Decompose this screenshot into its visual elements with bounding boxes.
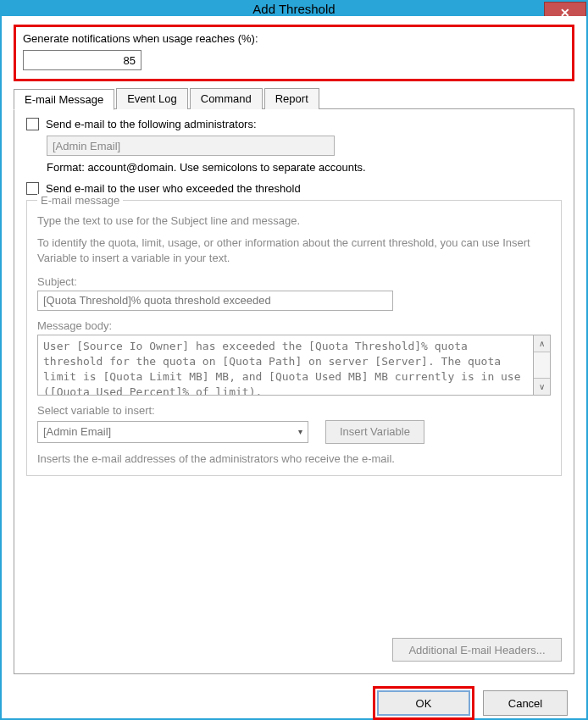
variable-select-value: [Admin Email] xyxy=(43,425,111,438)
send-admins-row: Send e-mail to the following administrat… xyxy=(26,118,562,130)
select-variable-label: Select variable to insert: xyxy=(37,404,551,417)
additional-headers-row: Additional E-mail Headers... xyxy=(392,638,562,662)
additional-headers-button[interactable]: Additional E-mail Headers... xyxy=(392,638,562,662)
ok-button[interactable]: OK xyxy=(377,690,470,716)
tab-eventlog[interactable]: Event Log xyxy=(116,88,188,109)
insert-description: Inserts the e-mail addresses of the admi… xyxy=(37,452,551,465)
subject-label: Subject: xyxy=(37,275,551,288)
window-title: Add Threshold xyxy=(252,2,335,16)
scroll-down-icon[interactable]: ∨ xyxy=(534,378,550,395)
variable-row: [Admin Email] ▾ Insert Variable xyxy=(37,420,551,444)
message-body-scrollbar[interactable]: ∧ ∨ xyxy=(534,335,551,396)
send-user-label: Send e-mail to the user who exceeded the… xyxy=(46,182,301,195)
tab-panel-email: Send e-mail to the following administrat… xyxy=(14,108,574,674)
insert-variable-button[interactable]: Insert Variable xyxy=(325,420,424,444)
subject-input[interactable] xyxy=(37,291,393,311)
threshold-highlight: Generate notifications when usage reache… xyxy=(14,25,574,81)
message-body-wrap: User [Source Io Owner] has exceeded the … xyxy=(37,335,551,396)
scroll-up-icon[interactable]: ∧ xyxy=(534,335,550,352)
tab-command[interactable]: Command xyxy=(190,88,263,109)
send-user-row: Send e-mail to the user who exceeded the… xyxy=(26,182,562,195)
send-admins-checkbox[interactable] xyxy=(26,118,39,130)
format-hint: Format: account@domain. Use semicolons t… xyxy=(47,161,562,174)
dialog-window: Add Threshold ✕ Generate notifications w… xyxy=(0,0,588,720)
send-user-checkbox[interactable] xyxy=(26,182,39,195)
tab-strip: E-mail Message Event Log Command Report xyxy=(14,88,574,109)
threshold-label: Generate notifications when usage reache… xyxy=(23,32,565,45)
variable-select[interactable]: [Admin Email] ▾ xyxy=(37,421,308,443)
titlebar: Add Threshold ✕ xyxy=(2,2,586,16)
scroll-track[interactable] xyxy=(534,352,550,378)
cancel-button[interactable]: Cancel xyxy=(483,690,568,716)
ok-highlight: OK xyxy=(373,686,474,720)
identify-hint: To identify the quota, limit, usage, or … xyxy=(37,235,551,266)
threshold-input[interactable] xyxy=(23,50,141,70)
tab-email[interactable]: E-mail Message xyxy=(14,89,114,110)
body-label: Message body: xyxy=(37,319,551,332)
send-admins-label: Send e-mail to the following administrat… xyxy=(46,118,257,130)
tab-report[interactable]: Report xyxy=(264,88,319,109)
admin-email-input[interactable] xyxy=(47,136,335,156)
dialog-content: Generate notifications when usage reache… xyxy=(2,16,586,686)
email-message-group: E-mail message Type the text to use for … xyxy=(26,200,562,476)
type-hint: Type the text to use for the Subject lin… xyxy=(37,213,551,229)
dialog-footer: OK Cancel xyxy=(2,686,586,720)
chevron-down-icon: ▾ xyxy=(298,427,302,436)
message-body-input[interactable]: User [Source Io Owner] has exceeded the … xyxy=(37,335,534,396)
email-message-legend: E-mail message xyxy=(37,194,123,207)
